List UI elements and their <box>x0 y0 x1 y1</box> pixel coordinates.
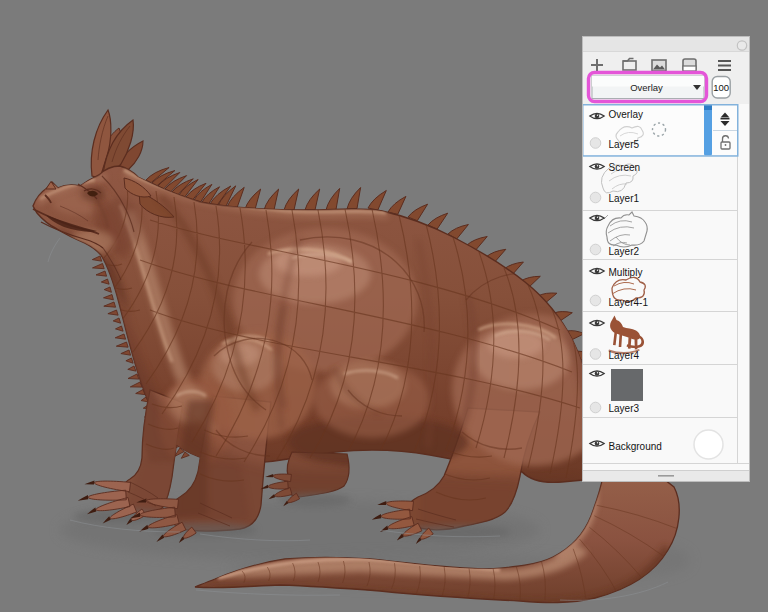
svg-text:Screen: Screen <box>609 162 641 173</box>
svg-text:Layer2: Layer2 <box>609 246 640 257</box>
svg-text:100: 100 <box>713 82 729 93</box>
svg-text:Overlay: Overlay <box>630 82 663 93</box>
svg-text:Layer4-1: Layer4-1 <box>609 297 649 308</box>
svg-text:Multiply: Multiply <box>609 267 643 278</box>
svg-text:Layer3: Layer3 <box>609 403 640 414</box>
svg-text:Layer1: Layer1 <box>609 193 640 204</box>
svg-text:Overlay: Overlay <box>609 109 643 120</box>
svg-text:Layer5: Layer5 <box>609 139 640 150</box>
svg-text:Background: Background <box>609 441 662 452</box>
svg-text:Layer4: Layer4 <box>609 350 640 361</box>
